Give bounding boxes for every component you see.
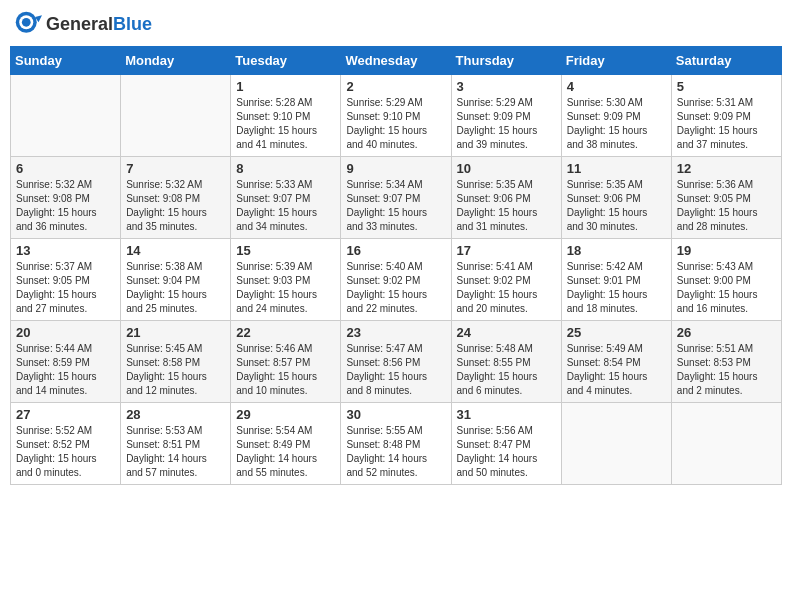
calendar-cell: 7Sunrise: 5:32 AMSunset: 9:08 PMDaylight… [121,157,231,239]
calendar-table: SundayMondayTuesdayWednesdayThursdayFrid… [10,46,782,485]
page-header: GeneralBlue [10,10,782,38]
weekday-header: Saturday [671,47,781,75]
day-number: 30 [346,407,445,422]
day-number: 26 [677,325,776,340]
day-number: 10 [457,161,556,176]
calendar-cell: 28Sunrise: 5:53 AMSunset: 8:51 PMDayligh… [121,403,231,485]
day-detail: Sunrise: 5:39 AMSunset: 9:03 PMDaylight:… [236,260,335,316]
calendar-cell: 27Sunrise: 5:52 AMSunset: 8:52 PMDayligh… [11,403,121,485]
day-number: 12 [677,161,776,176]
day-number: 28 [126,407,225,422]
weekday-header: Monday [121,47,231,75]
day-detail: Sunrise: 5:38 AMSunset: 9:04 PMDaylight:… [126,260,225,316]
calendar-cell: 13Sunrise: 5:37 AMSunset: 9:05 PMDayligh… [11,239,121,321]
day-detail: Sunrise: 5:31 AMSunset: 9:09 PMDaylight:… [677,96,776,152]
day-detail: Sunrise: 5:28 AMSunset: 9:10 PMDaylight:… [236,96,335,152]
day-detail: Sunrise: 5:53 AMSunset: 8:51 PMDaylight:… [126,424,225,480]
day-number: 15 [236,243,335,258]
day-number: 20 [16,325,115,340]
day-detail: Sunrise: 5:44 AMSunset: 8:59 PMDaylight:… [16,342,115,398]
day-detail: Sunrise: 5:45 AMSunset: 8:58 PMDaylight:… [126,342,225,398]
day-detail: Sunrise: 5:47 AMSunset: 8:56 PMDaylight:… [346,342,445,398]
calendar-cell: 1Sunrise: 5:28 AMSunset: 9:10 PMDaylight… [231,75,341,157]
calendar-cell [671,403,781,485]
calendar-cell [11,75,121,157]
calendar-cell [561,403,671,485]
day-number: 4 [567,79,666,94]
day-detail: Sunrise: 5:35 AMSunset: 9:06 PMDaylight:… [567,178,666,234]
calendar-week-row: 1Sunrise: 5:28 AMSunset: 9:10 PMDaylight… [11,75,782,157]
day-number: 2 [346,79,445,94]
day-number: 17 [457,243,556,258]
weekday-header: Wednesday [341,47,451,75]
calendar-week-row: 6Sunrise: 5:32 AMSunset: 9:08 PMDaylight… [11,157,782,239]
day-number: 11 [567,161,666,176]
weekday-header: Thursday [451,47,561,75]
day-detail: Sunrise: 5:51 AMSunset: 8:53 PMDaylight:… [677,342,776,398]
calendar-cell: 9Sunrise: 5:34 AMSunset: 9:07 PMDaylight… [341,157,451,239]
calendar-cell: 15Sunrise: 5:39 AMSunset: 9:03 PMDayligh… [231,239,341,321]
day-number: 27 [16,407,115,422]
day-number: 14 [126,243,225,258]
calendar-header-row: SundayMondayTuesdayWednesdayThursdayFrid… [11,47,782,75]
day-detail: Sunrise: 5:34 AMSunset: 9:07 PMDaylight:… [346,178,445,234]
calendar-cell: 2Sunrise: 5:29 AMSunset: 9:10 PMDaylight… [341,75,451,157]
logo-icon [14,10,42,38]
calendar-cell: 25Sunrise: 5:49 AMSunset: 8:54 PMDayligh… [561,321,671,403]
calendar-cell: 4Sunrise: 5:30 AMSunset: 9:09 PMDaylight… [561,75,671,157]
day-detail: Sunrise: 5:41 AMSunset: 9:02 PMDaylight:… [457,260,556,316]
day-number: 29 [236,407,335,422]
day-number: 16 [346,243,445,258]
calendar-cell: 6Sunrise: 5:32 AMSunset: 9:08 PMDaylight… [11,157,121,239]
calendar-cell: 3Sunrise: 5:29 AMSunset: 9:09 PMDaylight… [451,75,561,157]
day-number: 25 [567,325,666,340]
logo-general-text: General [46,14,113,34]
calendar-cell: 11Sunrise: 5:35 AMSunset: 9:06 PMDayligh… [561,157,671,239]
calendar-cell: 24Sunrise: 5:48 AMSunset: 8:55 PMDayligh… [451,321,561,403]
calendar-week-row: 27Sunrise: 5:52 AMSunset: 8:52 PMDayligh… [11,403,782,485]
day-detail: Sunrise: 5:52 AMSunset: 8:52 PMDaylight:… [16,424,115,480]
day-number: 23 [346,325,445,340]
day-number: 1 [236,79,335,94]
day-detail: Sunrise: 5:32 AMSunset: 9:08 PMDaylight:… [126,178,225,234]
day-number: 3 [457,79,556,94]
weekday-header: Sunday [11,47,121,75]
day-number: 19 [677,243,776,258]
calendar-cell: 29Sunrise: 5:54 AMSunset: 8:49 PMDayligh… [231,403,341,485]
day-detail: Sunrise: 5:54 AMSunset: 8:49 PMDaylight:… [236,424,335,480]
day-detail: Sunrise: 5:35 AMSunset: 9:06 PMDaylight:… [457,178,556,234]
day-detail: Sunrise: 5:33 AMSunset: 9:07 PMDaylight:… [236,178,335,234]
calendar-cell: 18Sunrise: 5:42 AMSunset: 9:01 PMDayligh… [561,239,671,321]
calendar-cell: 20Sunrise: 5:44 AMSunset: 8:59 PMDayligh… [11,321,121,403]
calendar-cell: 14Sunrise: 5:38 AMSunset: 9:04 PMDayligh… [121,239,231,321]
day-number: 9 [346,161,445,176]
svg-point-2 [22,18,31,27]
day-detail: Sunrise: 5:30 AMSunset: 9:09 PMDaylight:… [567,96,666,152]
day-detail: Sunrise: 5:46 AMSunset: 8:57 PMDaylight:… [236,342,335,398]
day-number: 7 [126,161,225,176]
calendar-cell: 23Sunrise: 5:47 AMSunset: 8:56 PMDayligh… [341,321,451,403]
calendar-cell: 12Sunrise: 5:36 AMSunset: 9:05 PMDayligh… [671,157,781,239]
day-number: 31 [457,407,556,422]
logo-blue-text: Blue [113,14,152,34]
logo: GeneralBlue [14,10,152,38]
day-detail: Sunrise: 5:40 AMSunset: 9:02 PMDaylight:… [346,260,445,316]
day-number: 8 [236,161,335,176]
day-number: 18 [567,243,666,258]
day-number: 5 [677,79,776,94]
day-number: 13 [16,243,115,258]
calendar-cell: 26Sunrise: 5:51 AMSunset: 8:53 PMDayligh… [671,321,781,403]
day-number: 24 [457,325,556,340]
day-detail: Sunrise: 5:42 AMSunset: 9:01 PMDaylight:… [567,260,666,316]
day-detail: Sunrise: 5:48 AMSunset: 8:55 PMDaylight:… [457,342,556,398]
calendar-cell: 31Sunrise: 5:56 AMSunset: 8:47 PMDayligh… [451,403,561,485]
day-detail: Sunrise: 5:29 AMSunset: 9:10 PMDaylight:… [346,96,445,152]
day-detail: Sunrise: 5:56 AMSunset: 8:47 PMDaylight:… [457,424,556,480]
calendar-week-row: 20Sunrise: 5:44 AMSunset: 8:59 PMDayligh… [11,321,782,403]
calendar-cell: 22Sunrise: 5:46 AMSunset: 8:57 PMDayligh… [231,321,341,403]
weekday-header: Friday [561,47,671,75]
weekday-header: Tuesday [231,47,341,75]
day-detail: Sunrise: 5:37 AMSunset: 9:05 PMDaylight:… [16,260,115,316]
calendar-cell: 30Sunrise: 5:55 AMSunset: 8:48 PMDayligh… [341,403,451,485]
day-detail: Sunrise: 5:32 AMSunset: 9:08 PMDaylight:… [16,178,115,234]
